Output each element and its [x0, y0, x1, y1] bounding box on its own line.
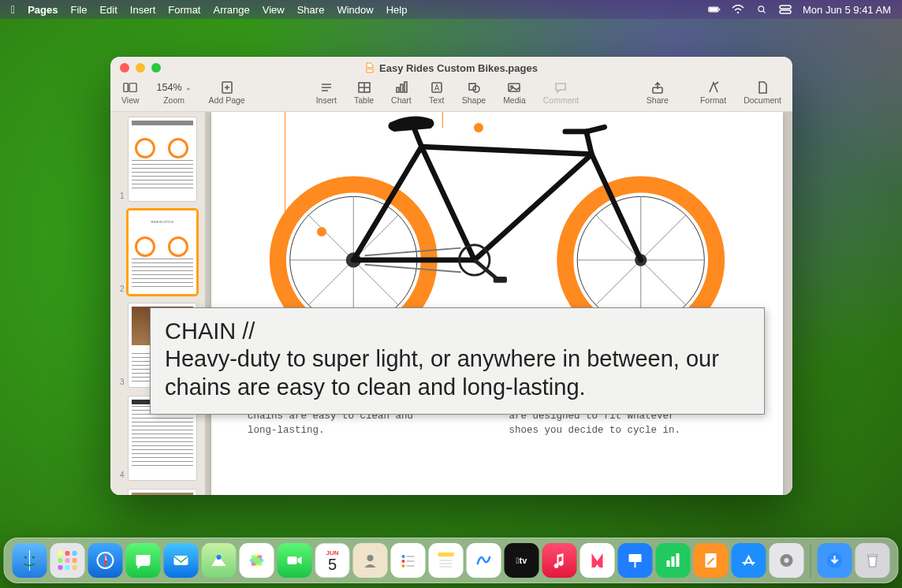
toolbar-insert-button[interactable]: Insert — [316, 80, 337, 105]
svg-point-60 — [32, 556, 35, 559]
toolbar-document-button[interactable]: Document — [744, 80, 781, 105]
toolbar-view-button[interactable]: View — [121, 80, 140, 105]
toolbar-shape-label: Shape — [462, 95, 486, 105]
svg-rect-10 — [124, 84, 128, 92]
svg-rect-23 — [404, 82, 407, 92]
svg-rect-7 — [780, 10, 791, 13]
callout-dot — [317, 227, 326, 236]
svg-rect-92 — [868, 555, 878, 556]
toolbar-table-button[interactable]: Table — [354, 80, 374, 105]
callout-dot — [474, 123, 483, 132]
toolbar: View 154%⌄ Zoom Add Page Insert Table — [110, 79, 792, 112]
menu-help[interactable]: Help — [386, 4, 408, 16]
dock-app-finder[interactable] — [13, 543, 47, 578]
svg-line-38 — [308, 260, 354, 306]
apple-menu[interactable]:  — [11, 3, 15, 16]
dock-app-reminders[interactable] — [391, 543, 426, 578]
menu-file[interactable]: File — [70, 4, 87, 16]
spotlight-icon[interactable] — [755, 5, 768, 14]
pages-window: Easy Rides Custom Bikes.pages View 154%⌄… — [110, 57, 792, 495]
window-minimize-button[interactable] — [136, 63, 145, 73]
page-thumbnail-5[interactable] — [118, 489, 197, 495]
dock-app-system-settings[interactable] — [770, 543, 804, 578]
window-close-button[interactable] — [120, 63, 129, 73]
svg-rect-85 — [667, 560, 670, 567]
menubar-datetime[interactable]: Mon Jun 5 9:41 AM — [803, 4, 891, 16]
toolbar-media-button[interactable]: Media — [503, 80, 526, 105]
menubar-app-name[interactable]: Pages — [28, 4, 58, 16]
dock-trash[interactable] — [855, 543, 890, 578]
dock-app-calendar[interactable]: JUN5 — [315, 543, 350, 578]
dock-downloads[interactable] — [818, 543, 852, 578]
toolbar-comment-button: Comment — [543, 80, 580, 105]
menu-view[interactable]: View — [263, 4, 285, 16]
toolbar-chart-button[interactable]: Chart — [391, 80, 412, 105]
document-canvas[interactable]: CHAIN // Heavy-duty to super light, or a… — [205, 112, 792, 495]
dock-app-safari[interactable] — [88, 543, 123, 578]
svg-rect-57 — [494, 277, 507, 283]
svg-rect-6 — [780, 6, 791, 9]
svg-line-54 — [587, 132, 592, 154]
dock-separator — [811, 545, 811, 578]
dock-app-facetime[interactable] — [278, 543, 312, 578]
toolbar-document-label: Document — [744, 95, 781, 105]
page-thumbnail-1[interactable]: 1 — [118, 117, 197, 202]
dock-app-launchpad[interactable] — [50, 543, 85, 578]
document-page[interactable]: CHAIN // Heavy-duty to super light, or a… — [211, 112, 783, 495]
dock-app-photos[interactable] — [240, 543, 274, 578]
dock-app-contacts[interactable] — [353, 543, 388, 578]
svg-point-3 — [737, 12, 739, 13]
page-thumbnail-2[interactable]: 2 RIDE IN STYLE — [118, 210, 197, 295]
menu-edit[interactable]: Edit — [99, 4, 117, 16]
dock-app-mail[interactable] — [164, 543, 199, 578]
window-fullscreen-button[interactable] — [151, 63, 161, 73]
toolbar-view-label: View — [121, 95, 140, 105]
dock-app-music[interactable] — [542, 543, 577, 578]
bicycle-illustration — [248, 112, 747, 341]
svg-rect-21 — [397, 87, 399, 92]
menu-share[interactable]: Share — [297, 4, 325, 16]
svg-point-75 — [402, 564, 405, 568]
dock-app-news[interactable] — [580, 543, 615, 578]
toolbar-share-label: Share — [647, 95, 669, 105]
document-icon — [365, 62, 375, 73]
wifi-icon[interactable] — [732, 5, 744, 14]
dock-app-notes[interactable] — [429, 543, 464, 578]
page-number: 3 — [118, 378, 125, 388]
calendar-day: 5 — [328, 556, 337, 572]
battery-icon[interactable] — [708, 5, 721, 14]
toolbar-text-button[interactable]: A Text — [429, 80, 445, 105]
svg-text:A: A — [434, 84, 439, 92]
toolbar-format-button[interactable]: Format — [700, 80, 726, 105]
dock-app-messages[interactable] — [126, 543, 161, 578]
hover-text-overlay: CHAIN // Heavy-duty to super light, or a… — [150, 307, 765, 415]
svg-line-45 — [641, 214, 687, 260]
dock-app-tv[interactable]: tv — [505, 543, 539, 578]
toolbar-add-page-button[interactable]: Add Page — [209, 80, 245, 105]
toolbar-comment-label: Comment — [543, 95, 580, 105]
dock-app-numbers[interactable] — [656, 543, 691, 578]
svg-rect-83 — [629, 554, 642, 562]
dock-app-freeform[interactable] — [467, 543, 501, 578]
page-number: 2 — [118, 285, 125, 295]
window-title: Easy Rides Custom Bikes.pages — [379, 62, 538, 74]
dock-app-keynote[interactable] — [618, 543, 653, 578]
menu-insert[interactable]: Insert — [130, 4, 156, 16]
svg-point-59 — [24, 556, 27, 559]
menu-format[interactable]: Format — [168, 4, 200, 16]
toolbar-share-button[interactable]: Share — [647, 80, 669, 105]
toolbar-zoom-button[interactable]: 154%⌄ Zoom — [157, 80, 192, 105]
control-center-icon[interactable] — [779, 5, 792, 14]
page-thumbnails-sidebar[interactable]: 1 2 RIDE IN STYLE 3 4 — [110, 112, 205, 495]
dock-app-pages[interactable] — [694, 543, 729, 578]
toolbar-shape-button[interactable]: Shape — [462, 80, 486, 105]
titlebar[interactable]: Easy Rides Custom Bikes.pages — [110, 57, 792, 79]
menu-arrange[interactable]: Arrange — [213, 4, 249, 16]
svg-line-5 — [763, 11, 766, 13]
dock-app-appstore[interactable] — [732, 543, 766, 578]
dock-app-maps[interactable] — [202, 543, 237, 578]
toolbar-zoom-label: Zoom — [163, 95, 184, 105]
toolbar-chart-label: Chart — [391, 95, 412, 105]
svg-rect-65 — [174, 556, 188, 565]
menu-window[interactable]: Window — [337, 4, 373, 16]
